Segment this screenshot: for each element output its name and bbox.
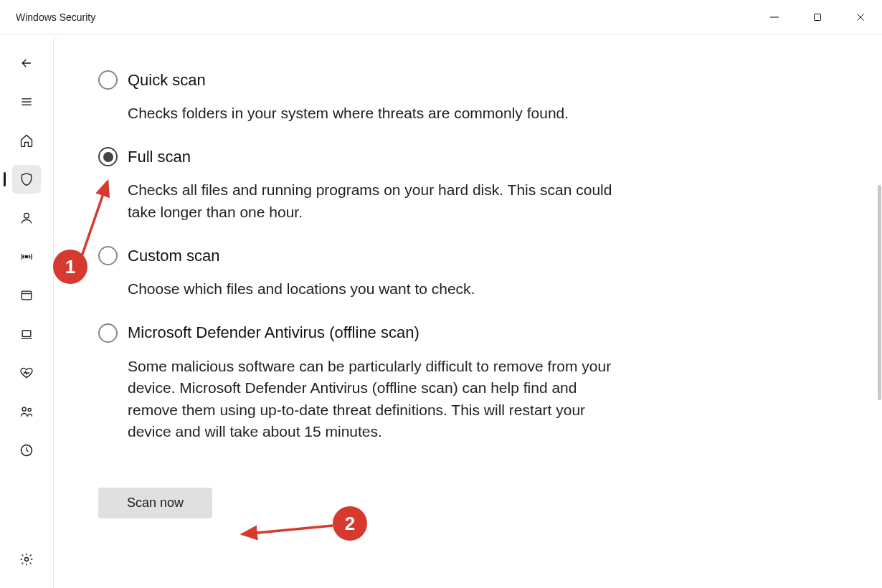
svg-point-16: [25, 558, 29, 561]
window-controls: [753, 0, 882, 34]
home-icon: [19, 133, 34, 148]
menu-icon: [19, 95, 34, 109]
nav-virus-protection[interactable]: [12, 165, 41, 194]
annotation-badge-2: 2: [333, 506, 367, 541]
app-icon: [19, 288, 34, 303]
gear-icon: [19, 552, 34, 566]
scan-option-custom: Custom scan Choose which files and locat…: [98, 246, 615, 300]
scan-desc: Choose which files and locations you wan…: [98, 278, 615, 300]
sidebar: [0, 34, 53, 588]
history-icon: [19, 443, 34, 457]
scan-title: Full scan: [128, 148, 191, 166]
nav-settings[interactable]: [12, 545, 41, 574]
close-button[interactable]: [839, 0, 882, 34]
shield-icon: [19, 172, 34, 186]
scan-option-quick: Quick scan Checks folders in your system…: [98, 70, 615, 124]
maximize-button[interactable]: [796, 0, 839, 34]
person-icon: [19, 211, 34, 225]
minimize-icon: [768, 11, 781, 24]
nav-app-browser[interactable]: [12, 281, 41, 310]
svg-point-13: [22, 407, 26, 411]
scan-title: Microsoft Defender Antivirus (offline sc…: [128, 323, 419, 342]
radio-custom-scan[interactable]: [98, 246, 118, 265]
svg-point-7: [24, 213, 29, 218]
close-icon: [854, 11, 867, 24]
svg-point-8: [25, 255, 27, 257]
scan-now-button[interactable]: Scan now: [98, 488, 212, 518]
title-bar: Windows Security: [0, 0, 882, 34]
scan-desc: Checks folders in your system where thre…: [98, 103, 615, 124]
nav-device-performance[interactable]: [12, 359, 41, 387]
scrollbar[interactable]: [878, 185, 881, 400]
minimize-button[interactable]: [753, 0, 796, 34]
nav-account-protection[interactable]: [12, 204, 41, 232]
annotation-badge-1: 1: [53, 250, 87, 284]
scan-title: Quick scan: [128, 71, 206, 90]
main-content: Quick scan Checks folders in your system…: [53, 34, 882, 588]
svg-rect-9: [22, 291, 31, 300]
nav-home[interactable]: [12, 126, 41, 155]
radio-quick-scan[interactable]: [98, 70, 118, 90]
radio-offline-scan[interactable]: [98, 323, 118, 343]
radio-full-scan[interactable]: [98, 147, 118, 166]
svg-rect-11: [22, 331, 31, 336]
window-title: Windows Security: [0, 11, 95, 23]
nav-protection-history[interactable]: [12, 436, 41, 465]
heart-pulse-icon: [19, 366, 34, 380]
hamburger-menu[interactable]: [12, 87, 41, 116]
scan-option-full: Full scan Checks all files and running p…: [98, 147, 615, 223]
scan-option-offline: Microsoft Defender Antivirus (offline sc…: [98, 323, 615, 443]
network-icon: [19, 250, 34, 264]
nav-firewall[interactable]: [12, 242, 41, 271]
nav-device-security[interactable]: [12, 320, 41, 348]
svg-point-14: [28, 408, 31, 411]
annotation-number: 1: [65, 256, 75, 278]
arrow-left-icon: [19, 56, 34, 70]
scan-title: Custom scan: [128, 247, 219, 265]
svg-rect-1: [815, 14, 821, 20]
family-icon: [19, 404, 34, 419]
maximize-icon: [811, 11, 824, 24]
scan-desc: Some malicious software can be particula…: [98, 356, 615, 443]
nav-family[interactable]: [12, 397, 41, 426]
annotation-number: 2: [345, 513, 355, 535]
scan-desc: Checks all files and running programs on…: [98, 179, 615, 223]
laptop-icon: [19, 327, 34, 341]
back-button[interactable]: [12, 49, 41, 77]
